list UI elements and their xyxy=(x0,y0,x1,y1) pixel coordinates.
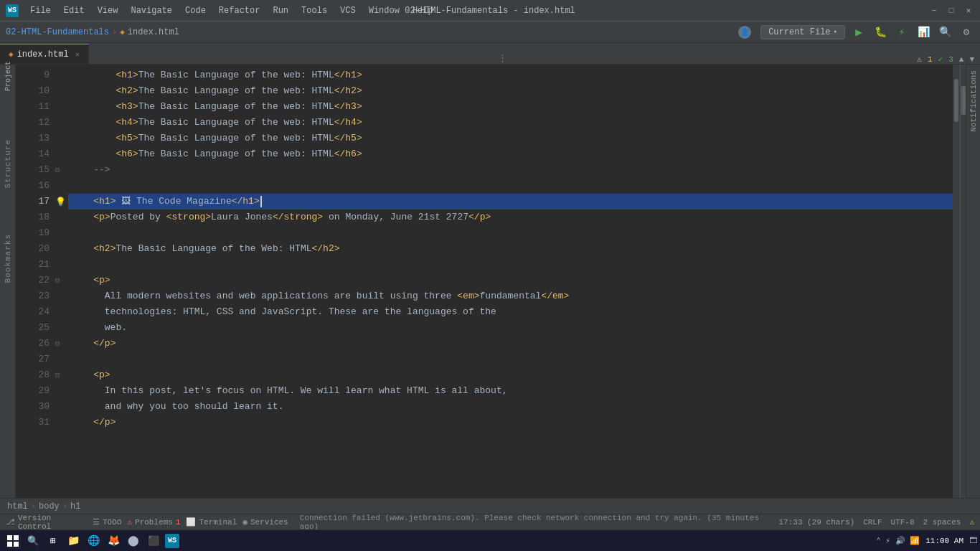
avatar-button[interactable]: 👤 xyxy=(735,24,755,40)
scroll-thumb[interactable] xyxy=(954,79,958,122)
gutter-22: ⊟ xyxy=(55,273,68,288)
menu-code[interactable]: Code xyxy=(179,4,212,17)
code-line-22: <p> xyxy=(68,273,953,288)
menu-refactor[interactable]: Refactor xyxy=(213,4,266,17)
problems-button[interactable]: ⚠ Problems 1 xyxy=(127,517,180,527)
code-area[interactable]: <h1>The Basic Language of the web: HTML<… xyxy=(68,65,953,498)
svg-rect-0 xyxy=(7,535,12,540)
minimize-button[interactable]: − xyxy=(928,5,940,17)
gutter-27 xyxy=(55,352,68,367)
tab-menu-button[interactable]: ⋮ xyxy=(492,52,513,64)
todo-button[interactable]: ☰ TODO xyxy=(93,517,121,527)
menu-vcs[interactable]: VCS xyxy=(334,4,362,17)
services-button[interactable]: ◉ Services xyxy=(242,517,288,527)
connection-status: Connection failed (www.jetbrains.com). P… xyxy=(300,514,771,531)
chrome-taskbar[interactable]: ⬤ xyxy=(125,532,142,550)
right-panels: Notifications xyxy=(960,65,980,498)
gutter-19 xyxy=(55,225,68,241)
line-num-28: 28 xyxy=(19,367,50,383)
breadcrumb-project[interactable]: 02-HTML-Fundamentals xyxy=(6,27,109,37)
line-num-31: 31 xyxy=(19,415,50,430)
gutter-25 xyxy=(55,320,68,336)
menu-window[interactable]: Window xyxy=(363,4,405,17)
title-bar: WS File Edit View Navigate Code Refactor… xyxy=(0,0,980,22)
code-line-18: <p>Posted by <strong>Laura Jones</strong… xyxy=(68,209,953,225)
line-num-17: 17 xyxy=(19,194,50,209)
code-line-25: web. xyxy=(68,320,953,336)
tab-close-button[interactable]: ✕ xyxy=(75,50,80,59)
task-view[interactable]: ⊞ xyxy=(44,532,62,550)
line-num-16: 16 xyxy=(19,178,50,194)
gutter-9 xyxy=(55,67,68,83)
tab-index-html[interactable]: ◈ index.html ✕ xyxy=(0,44,89,64)
file-icon: ◈ xyxy=(120,27,125,37)
indent-setting[interactable]: 2 spaces xyxy=(923,518,961,527)
line-num-25: 25 xyxy=(19,320,50,336)
vertical-scrollbar[interactable] xyxy=(953,65,960,498)
terminal-taskbar[interactable]: ⬛ xyxy=(145,532,162,550)
code-line-9: <h1>The Basic Language of the web: HTML<… xyxy=(68,67,953,83)
line-ending[interactable]: CRLF xyxy=(863,518,882,527)
problems-count: 1 xyxy=(176,518,181,527)
coverage-button[interactable]: ⚡ xyxy=(894,24,910,40)
menu-file[interactable]: File xyxy=(24,4,57,17)
search-taskbar[interactable]: 🔍 xyxy=(24,532,42,550)
search-button[interactable]: 🔍 xyxy=(937,24,953,40)
current-file-button[interactable]: Current File ▾ xyxy=(760,25,845,39)
fold-icon-26[interactable]: ⊟ xyxy=(55,339,60,348)
warning-icon: ⚠ xyxy=(969,517,974,527)
services-icon: ◉ xyxy=(242,517,248,527)
settings-button[interactable]: ⚙ xyxy=(958,24,974,40)
fold-icon-28[interactable]: ⊟ xyxy=(55,371,60,380)
cursor-position: 17:33 (29 chars) xyxy=(779,518,855,527)
notifications-taskbar[interactable]: 🗔 xyxy=(969,536,977,545)
status-right: 17:33 (29 chars) CRLF UTF-8 2 spaces ⚠ xyxy=(779,517,974,527)
structure-panel-button[interactable]: Structure xyxy=(4,139,12,191)
run-button[interactable]: ▶ xyxy=(851,24,867,40)
encoding[interactable]: UTF-8 xyxy=(891,518,915,527)
firefox-taskbar[interactable]: 🦊 xyxy=(105,532,122,550)
debug-button[interactable]: 🐛 xyxy=(872,24,888,40)
nav-up-button[interactable]: ▲ xyxy=(959,55,964,64)
close-button[interactable]: ✕ xyxy=(963,5,974,17)
breadcrumb-bar: html › body › h1 xyxy=(0,498,980,514)
tabs-bar: ◈ index.html ✕ ⋮ ⚠ 1 ✓ 3 ▲ ▼ xyxy=(0,43,980,65)
nav-down-button[interactable]: ▼ xyxy=(969,55,974,64)
line-num-19: 19 xyxy=(19,225,50,241)
line-num-10: 10 xyxy=(19,83,50,99)
breadcrumb-h1[interactable]: h1 xyxy=(70,501,80,512)
edge-taskbar[interactable]: 🌐 xyxy=(85,532,102,550)
breadcrumb-body[interactable]: body xyxy=(39,501,60,512)
check-icon: ✓ xyxy=(938,55,943,64)
notifications-label: Notifications xyxy=(969,70,978,132)
webstorm-taskbar[interactable]: WS xyxy=(165,534,179,548)
line-numbers: 9 10 11 12 13 14 15 16 17 18 19 20 21 22… xyxy=(16,65,55,498)
mini-map-thumb[interactable] xyxy=(961,86,966,115)
bookmarks-panel-button[interactable]: Bookmarks xyxy=(4,234,12,286)
lightbulb-icon-17[interactable]: 💡 xyxy=(55,197,66,207)
taskbar: 🔍 ⊞ 📁 🌐 🦊 ⬤ ⬛ WS ⌃ ⚡ 🔊 📶 11:00 AM 🗔 xyxy=(0,529,980,551)
menu-tools[interactable]: Tools xyxy=(296,4,333,17)
menu-edit[interactable]: Edit xyxy=(58,4,90,17)
vcs-icon: ⎇ xyxy=(6,517,15,527)
project-panel-button[interactable]: Project xyxy=(2,70,14,82)
file-explorer-taskbar[interactable]: 📁 xyxy=(65,532,82,550)
fold-icon-15[interactable]: ⊟ xyxy=(55,166,60,174)
bc-sep-2: › xyxy=(62,501,67,512)
code-line-30: and why you too should learn it. xyxy=(68,399,953,415)
maximize-button[interactable]: □ xyxy=(946,5,957,17)
windows-start[interactable] xyxy=(4,532,22,550)
terminal-button[interactable]: ⬜ Terminal xyxy=(186,517,237,527)
version-control-button[interactable]: ⎇ Version Control xyxy=(6,514,87,531)
code-line-14: <h6>The Basic Language of the web: HTML<… xyxy=(68,146,953,162)
profile-button[interactable]: 📊 xyxy=(915,24,931,40)
menu-run[interactable]: Run xyxy=(267,4,294,17)
fold-icon-22[interactable]: ⊟ xyxy=(55,276,60,285)
warning-count: 3 xyxy=(948,55,953,64)
code-line-12: <h4>The Basic Language of the web: HTML<… xyxy=(68,115,953,131)
menu-navigate[interactable]: Navigate xyxy=(125,4,178,17)
menu-view[interactable]: View xyxy=(92,4,124,17)
breadcrumb-file[interactable]: ◈ index.html xyxy=(120,27,179,37)
breadcrumb-html[interactable]: html xyxy=(7,501,28,512)
code-line-11: <h3>The Basic Language of the web: HTML<… xyxy=(68,99,953,115)
